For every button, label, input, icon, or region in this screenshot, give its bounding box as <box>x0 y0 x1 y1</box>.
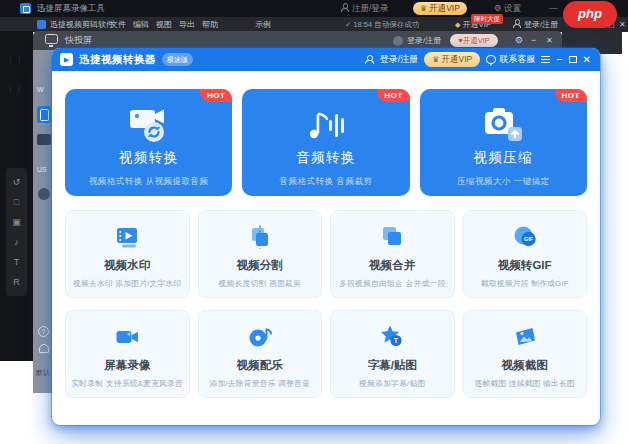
feature-title: 音频转换 <box>242 149 409 167</box>
menu-view[interactable]: 视图 <box>156 17 172 32</box>
menu-help[interactable]: 帮助 <box>202 17 218 32</box>
menu-sample[interactable]: 示例 <box>255 17 271 32</box>
editor-login-button[interactable]: 登录/注册 <box>512 17 558 32</box>
tool-desc: 视频长度切割 画面裁剪 <box>199 278 322 289</box>
crown-icon: ♛ <box>420 4 427 13</box>
tool-card-video-split[interactable]: 视频分割 视频长度切割 画面裁剪 <box>198 210 323 298</box>
tool-title: 视频水印 <box>66 258 189 273</box>
tool-cards: 视频水印 视频去水印 添加图片/文字水印 视频分割 视频长度切割 画面裁剪 <box>65 210 587 398</box>
menu-file[interactable]: 文件 <box>110 17 126 32</box>
music-icon[interactable]: ♪ <box>6 232 27 252</box>
video-merge-icon <box>331 224 454 250</box>
tool-desc: 添加/去除背景音乐 调整音量 <box>199 378 322 389</box>
recorder-vip-button[interactable]: ♛开通VIP <box>413 2 467 15</box>
feature-title: 视频压缩 <box>420 149 587 167</box>
layers-icon[interactable]: ▣ <box>6 212 27 232</box>
person-icon <box>512 19 521 28</box>
converter-body: HOT 视频转换 视频格 <box>52 71 600 398</box>
video-editor-left-panel: ⁞ ⁞ ⁞ ⁞ ↺ □ ▣ ♪ T R <box>0 31 33 361</box>
converter-app-icon: ▶ <box>60 53 73 66</box>
tool-card-video-watermark[interactable]: 视频水印 视频去水印 添加图片/文字水印 <box>65 210 190 298</box>
subtitle-sticker-icon: T <box>331 324 454 350</box>
diamond-icon: ◆ <box>455 21 460 28</box>
avatar <box>393 36 403 46</box>
text-tool-icon[interactable]: T <box>6 252 27 272</box>
audio-convert-icon <box>242 102 409 148</box>
feature-cards: HOT 视频转换 视频格 <box>65 89 587 196</box>
video-convert-icon <box>65 102 232 148</box>
tool-title: 视频合并 <box>331 258 454 273</box>
person-icon <box>365 55 374 64</box>
tv-icon <box>45 34 58 44</box>
record-tool-icon[interactable]: R <box>6 272 27 292</box>
converter-vip-button[interactable]: ♛开通VIP <box>424 52 480 67</box>
tool-title: 视频转GIF <box>464 258 587 273</box>
converter-minimize-button[interactable]: − <box>556 48 562 71</box>
chat-bubble-icon <box>486 55 496 64</box>
video-split-icon <box>199 224 322 250</box>
feature-card-video-convert[interactable]: HOT 视频转换 视频格 <box>65 89 232 196</box>
tool-desc: 实时录制 支持系统&麦克风录音 <box>66 378 189 389</box>
tool-card-subtitle-sticker[interactable]: T 字幕/贴图 视频添加字幕/贴图 <box>330 310 455 398</box>
tool-desc: 截取视频片段 制作成GIF <box>464 278 587 289</box>
recorder-register-login-button[interactable]: 注册/登录 <box>340 0 388 17</box>
phone-cast-button[interactable] <box>37 106 51 123</box>
menu-export[interactable]: 导出 <box>179 17 195 32</box>
panel-texture: ⁞ ⁞ <box>9 85 23 95</box>
video-editor-title: 迅捷视频剪辑软件 <box>50 17 114 32</box>
hot-badge: HOT <box>200 89 232 102</box>
tool-card-video-to-gif[interactable]: GIF 视频转GIF 截取视频片段 制作成GIF <box>463 210 588 298</box>
tool-card-video-music[interactable]: 视频配乐 添加/去除背景音乐 调整音量 <box>198 310 323 398</box>
feature-card-video-compress[interactable]: HOT 视频压缩 压缩视频大小 一键搞定 <box>420 89 587 196</box>
undo-icon[interactable]: ↺ <box>6 172 27 192</box>
video-watermark-icon <box>66 224 189 250</box>
cast-vip-button[interactable]: ♥开通VIP <box>450 34 498 47</box>
tool-title: 字幕/贴图 <box>331 358 454 373</box>
crown-icon: ♛ <box>432 55 439 64</box>
android-icon[interactable] <box>38 188 50 200</box>
converter-login-button[interactable]: 登录/注册 <box>365 53 419 66</box>
editor-close-button[interactable]: ✕ <box>619 17 626 32</box>
tool-title: 视频分割 <box>199 258 322 273</box>
tool-title: 视频配乐 <box>199 358 322 373</box>
screen-recorder-title: 迅捷屏幕录像工具 <box>37 0 105 17</box>
monitor-icon[interactable] <box>37 134 51 145</box>
screen-recorder-titlebar: 迅捷屏幕录像工具 注册/登录 ♛开通VIP ⚙ 设置 — ✕ <box>0 0 628 17</box>
tool-desc: 多段视频自由组合 合并成一段 <box>331 278 454 289</box>
tool-card-video-merge[interactable]: 视频合并 多段视频自由组合 合并成一段 <box>330 210 455 298</box>
tool-card-screen-record[interactable]: 屏幕录像 实时录制 支持系统&麦克风录音 <box>65 310 190 398</box>
bell-icon[interactable] <box>39 344 49 353</box>
converter-window: ▶ 迅捷视频转换器 极速版 登录/注册 ♛开通VIP 联系客服 − ✕ HOT <box>52 48 600 425</box>
converter-restore-button[interactable] <box>569 56 577 63</box>
recorder-minimize-button[interactable]: — <box>549 0 558 17</box>
contact-support-button[interactable]: 联系客服 <box>486 53 535 66</box>
feature-title: 视频转换 <box>65 149 232 167</box>
promo-badge: 限时大促 <box>471 14 503 24</box>
canvas-icon[interactable]: □ <box>6 192 27 212</box>
video-editor-menubar: 迅捷视频剪辑软件 文件 编辑 视图 导出 帮助 示例 ✓ 18:54 自动保存成… <box>0 17 628 32</box>
converter-close-button[interactable]: ✕ <box>583 54 591 65</box>
svg-text:GIF: GIF <box>524 236 534 242</box>
autosave-status: ✓ 18:54 自动保存成功 <box>345 17 419 32</box>
video-editor-app-icon <box>37 20 46 29</box>
edition-badge: 极速版 <box>162 53 193 66</box>
help-icon[interactable]: ? <box>38 326 49 337</box>
wifi-cast-label: W <box>37 86 44 93</box>
converter-title: 迅捷视频转换器 <box>79 53 156 67</box>
usb-cast-label: US <box>37 166 47 173</box>
feature-card-audio-convert[interactable]: HOT 音频转换 音频格式转换 音频裁剪 <box>242 89 409 196</box>
tool-title: 视频截图 <box>464 358 587 373</box>
screen-record-icon <box>66 324 189 350</box>
cast-sidebar-bottom-label: 默认 <box>36 368 50 378</box>
tool-card-video-snapshot[interactable]: 视频截图 逐帧截图 连续截图 输出长图 <box>463 310 588 398</box>
video-music-icon <box>199 324 322 350</box>
menu-edit[interactable]: 编辑 <box>133 17 149 32</box>
video-to-gif-icon: GIF <box>464 224 587 250</box>
hot-badge: HOT <box>377 89 409 102</box>
tool-desc: 视频添加字幕/贴图 <box>331 378 454 389</box>
hamburger-menu-icon[interactable] <box>541 56 550 63</box>
svg-text:T: T <box>394 337 399 344</box>
person-icon <box>340 3 349 12</box>
editor-toolbar: ↺ □ ▣ ♪ T R <box>6 168 27 296</box>
hot-badge: HOT <box>555 89 587 102</box>
